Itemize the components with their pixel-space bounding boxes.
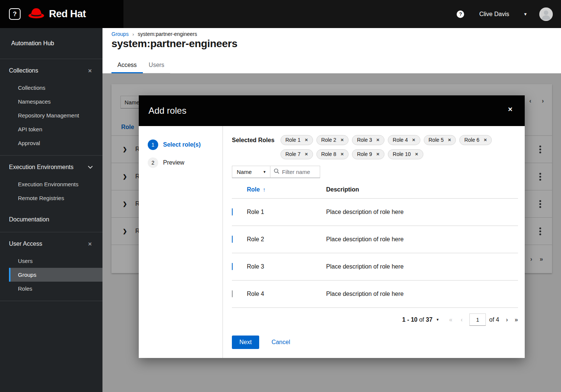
close-icon[interactable]: ✕ bbox=[304, 138, 308, 143]
masthead-user-area: ? Clive Davis ▾ bbox=[457, 0, 553, 28]
modal-footer: Next Cancel bbox=[232, 333, 518, 349]
nav-section-collections: Collections ✕ Collections Namespaces Rep… bbox=[0, 59, 102, 155]
table-row: Role 2 Place description of role here bbox=[232, 226, 518, 253]
sidebar-item-users[interactable]: Users bbox=[0, 254, 102, 268]
sidebar-item-approval[interactable]: Approval bbox=[0, 136, 102, 150]
nav-header-user-access[interactable]: User Access ✕ bbox=[0, 237, 102, 251]
breadcrumb: Groups › system:partner-engineers bbox=[111, 31, 197, 37]
role-chip: Role 2✕ bbox=[316, 135, 349, 145]
brand-name: Red Hat bbox=[49, 8, 86, 20]
filter-name-field bbox=[270, 166, 320, 178]
role-chip: Role 9✕ bbox=[352, 149, 384, 159]
sidebar-nav: Automation Hub Collections ✕ Collections… bbox=[0, 28, 102, 392]
role-chip: Role 7✕ bbox=[280, 149, 313, 159]
about-icon[interactable]: ? bbox=[9, 8, 21, 20]
page-title: system:partner-engineers bbox=[111, 38, 237, 50]
caret-down-icon[interactable]: ▾ bbox=[436, 317, 439, 322]
role-chip: Role 6✕ bbox=[459, 135, 492, 145]
redhat-logo: Red Hat bbox=[28, 7, 86, 21]
role-chip: Role 8✕ bbox=[316, 149, 349, 159]
close-icon[interactable]: ✕ bbox=[340, 152, 344, 157]
row-checkbox[interactable] bbox=[232, 208, 233, 215]
column-header-description: Description bbox=[326, 186, 518, 193]
modal-pagination: 1 - 10 of 37 ▾ « ‹ of 4 › » bbox=[232, 308, 518, 330]
search-icon bbox=[274, 168, 279, 175]
page-header: Groups › system:partner-engineers system… bbox=[102, 28, 561, 73]
role-name: Role 1 bbox=[247, 209, 326, 215]
first-page-icon[interactable]: « bbox=[449, 316, 453, 323]
sidebar-item-execution-environments[interactable]: Execution Environments bbox=[0, 177, 102, 191]
table-row: Role 4 Place description of role here bbox=[232, 281, 518, 308]
sidebar-item-repository-management[interactable]: Repository Management bbox=[0, 108, 102, 122]
filter-toolbar: Name ▾ bbox=[232, 166, 518, 178]
masthead: ? Red Hat ? Clive Davis ▾ bbox=[0, 0, 561, 28]
sort-ascending-icon[interactable]: ↑ bbox=[263, 186, 266, 193]
row-checkbox[interactable] bbox=[232, 236, 233, 243]
role-chip: Role 3✕ bbox=[352, 135, 384, 145]
nav-header-execution-environments[interactable]: Execution Environments bbox=[0, 160, 102, 174]
role-name: Role 3 bbox=[247, 263, 326, 270]
column-header-role[interactable]: Role bbox=[247, 186, 260, 193]
tab-access[interactable]: Access bbox=[111, 57, 143, 73]
close-icon[interactable]: ✕ bbox=[88, 68, 92, 74]
tab-users[interactable]: Users bbox=[143, 57, 171, 73]
user-menu-caret-icon[interactable]: ▾ bbox=[524, 11, 527, 17]
close-icon[interactable]: ✕ bbox=[484, 138, 487, 143]
nav-section-user-access: User Access ✕ Users Groups Roles bbox=[0, 232, 102, 301]
close-icon[interactable]: ✕ bbox=[304, 152, 308, 157]
close-icon[interactable]: ✕ bbox=[415, 152, 418, 157]
close-icon[interactable]: ✕ bbox=[448, 138, 451, 143]
close-icon[interactable]: ✕ bbox=[376, 138, 380, 143]
tabs: Access Users bbox=[111, 57, 170, 73]
role-description: Place description of role here bbox=[326, 291, 518, 297]
breadcrumb-separator-icon: › bbox=[132, 31, 134, 37]
close-icon[interactable]: ✕ bbox=[340, 138, 344, 143]
avatar[interactable] bbox=[539, 7, 553, 21]
breadcrumb-current: system:partner-engineers bbox=[138, 31, 197, 37]
table-header: Role↑ Description bbox=[232, 186, 518, 199]
sidebar-item-namespaces[interactable]: Namespaces bbox=[0, 95, 102, 108]
row-checkbox[interactable] bbox=[232, 290, 233, 297]
step-number: 2 bbox=[148, 157, 158, 168]
last-page-icon[interactable]: » bbox=[515, 316, 518, 323]
cancel-button[interactable]: Cancel bbox=[272, 339, 290, 346]
sidebar-item-remote-registries[interactable]: Remote Registries bbox=[0, 191, 102, 205]
breadcrumb-groups-link[interactable]: Groups bbox=[111, 31, 129, 37]
wizard-step-select-roles[interactable]: 1 Select role(s) bbox=[139, 136, 223, 154]
role-description: Place description of role here bbox=[326, 236, 518, 243]
role-chip: Role 10✕ bbox=[388, 149, 423, 159]
sidebar-item-roles[interactable]: Roles bbox=[0, 282, 102, 295]
next-page-icon[interactable]: › bbox=[506, 316, 508, 323]
wizard-step-preview[interactable]: 2 Preview bbox=[139, 154, 223, 172]
close-icon[interactable]: ✕ bbox=[412, 138, 416, 143]
modal-title: Add roles bbox=[148, 105, 186, 116]
help-icon[interactable]: ? bbox=[457, 10, 464, 18]
chevron-down-icon bbox=[88, 164, 93, 169]
filter-name-input[interactable] bbox=[282, 169, 318, 175]
close-icon[interactable]: ✕ bbox=[376, 152, 380, 157]
roles-table: Role↑ Description Role 1 Place descripti… bbox=[232, 186, 518, 308]
nav-section-execution-environments: Execution Environments Execution Environ… bbox=[0, 155, 102, 232]
page-number-input[interactable] bbox=[469, 313, 486, 326]
next-button[interactable]: Next bbox=[232, 336, 259, 349]
selected-role-chips: Role 1✕ Role 2✕ Role 3✕ Role 4✕ Role 5✕ … bbox=[280, 135, 496, 159]
table-row: Role 1 Place description of role here bbox=[232, 199, 518, 226]
table-row: Role 3 Place description of role here bbox=[232, 253, 518, 281]
sidebar-item-documentation[interactable]: Documentation bbox=[0, 212, 102, 227]
brand-area: ? Red Hat bbox=[0, 0, 123, 28]
role-chip: Role 4✕ bbox=[388, 135, 420, 145]
prev-page-icon[interactable]: ‹ bbox=[461, 316, 463, 323]
close-icon[interactable]: ✕ bbox=[508, 106, 513, 113]
sidebar-item-collections[interactable]: Collections bbox=[0, 81, 102, 95]
role-description: Place description of role here bbox=[326, 263, 518, 270]
selected-roles: Selected Roles Role 1✕ Role 2✕ Role 3✕ R… bbox=[232, 135, 518, 159]
redhat-fedora-icon bbox=[28, 7, 45, 21]
row-checkbox[interactable] bbox=[232, 263, 233, 270]
sidebar-item-api-token[interactable]: API token bbox=[0, 122, 102, 136]
selected-roles-label: Selected Roles bbox=[232, 135, 280, 144]
pagination-range[interactable]: 1 - 10 of 37 bbox=[402, 316, 432, 323]
close-icon[interactable]: ✕ bbox=[88, 241, 92, 247]
nav-header-collections[interactable]: Collections ✕ bbox=[0, 64, 102, 78]
sidebar-item-groups[interactable]: Groups bbox=[9, 268, 102, 282]
filter-field-select[interactable]: Name ▾ bbox=[232, 166, 270, 178]
